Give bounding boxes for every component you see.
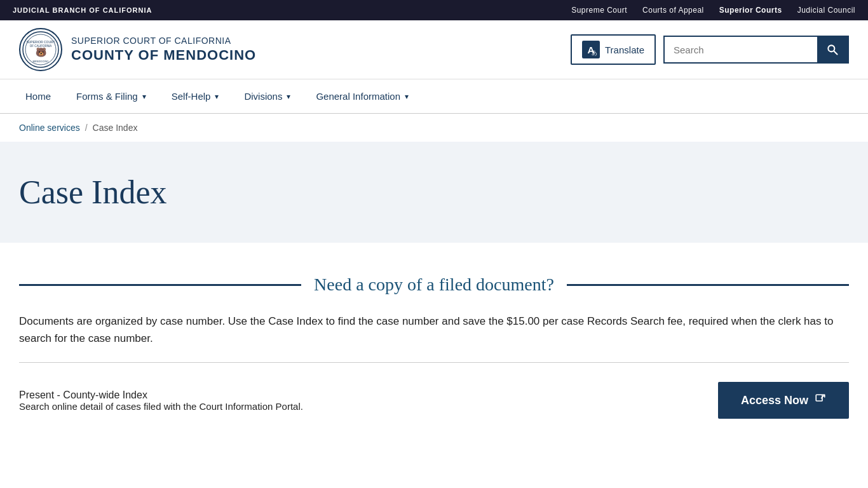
svg-text:あ: あ [592,50,597,56]
breadcrumb-case-index: Case Index [93,123,138,133]
court-name-top: SUPERIOR COURT OF CALIFORNIA [71,35,256,46]
access-now-label: Access Now [741,394,808,407]
top-nav-judicial-council[interactable]: Judicial Council [797,6,855,15]
org-name: JUDICIAL BRANCH OF CALIFORNIA [13,6,152,14]
breadcrumb-separator: / [85,123,88,133]
search-button[interactable] [817,37,848,62]
nav-home[interactable]: Home [13,79,64,113]
top-nav-supreme-court[interactable]: Supreme Court [571,6,627,15]
chevron-down-icon: ▾ [142,92,146,101]
svg-text:SUPERIOR COURT: SUPERIOR COURT [26,40,55,44]
bottom-row: Present - County-wide Index Search onlin… [19,376,849,425]
page-title: Case Index [19,173,849,211]
breadcrumb-online-services[interactable]: Online services [19,123,80,133]
nav-divisions[interactable]: Divisions ▾ [231,79,303,113]
search-bar [663,36,849,64]
court-name: SUPERIOR COURT OF CALIFORNIA COUNTY OF M… [71,35,256,65]
header-right: A あ Translate [571,34,849,65]
nav-general-information[interactable]: General Information ▾ [303,79,421,113]
top-nav-courts-of-appeal[interactable]: Courts of Appeal [642,6,704,15]
present-label: Present - County-wide Index [19,390,303,401]
content-text: Documents are organized by case number. … [19,313,849,347]
chevron-down-icon: ▾ [405,92,409,101]
svg-line-11 [834,51,837,55]
search-input[interactable] [665,38,817,62]
bottom-text-area: Present - County-wide Index Search onlin… [19,390,303,412]
svg-text:MENDOCINO: MENDOCINO [33,60,49,63]
site-header: SUPERIOR COURT OF CALIFORNIA 🐻 MENDOCINO… [0,20,868,79]
nav-self-help[interactable]: Self-Help ▾ [159,79,232,113]
court-seal-svg: SUPERIOR COURT OF CALIFORNIA 🐻 MENDOCINO [22,30,60,69]
access-now-button[interactable]: Access Now [718,382,849,419]
translate-label: Translate [605,44,644,55]
main-content: Need a copy of a filed document? Documen… [0,243,868,444]
section-heading-wrapper: Need a copy of a filed document? [19,274,849,295]
court-name-bottom: COUNTY OF MENDOCINO [71,46,256,65]
external-link-icon [815,393,826,407]
top-nav-links: Supreme Court Courts of Appeal Superior … [571,6,855,15]
svg-text:🐻: 🐻 [36,47,47,58]
court-seal: SUPERIOR COURT OF CALIFORNIA 🐻 MENDOCINO [19,28,62,71]
chevron-down-icon: ▾ [287,92,290,101]
divider [19,362,849,363]
top-bar: JUDICIAL BRANCH OF CALIFORNIA Supreme Co… [0,0,868,20]
heading-line-left [19,284,301,286]
nav-forms-filing[interactable]: Forms & Filing ▾ [64,79,159,113]
page-title-section: Case Index [0,142,868,243]
chevron-down-icon: ▾ [215,92,219,101]
translate-icon: A あ [582,41,600,58]
section-heading: Need a copy of a filed document? [314,274,554,295]
search-icon [826,43,839,56]
main-nav: Home Forms & Filing ▾ Self-Help ▾ Divisi… [0,79,868,114]
logo-area: SUPERIOR COURT OF CALIFORNIA 🐻 MENDOCINO… [19,28,256,71]
heading-line-right [567,284,849,286]
subtext: Search online detail of cases filed with… [19,401,303,412]
top-nav-superior-courts[interactable]: Superior Courts [719,6,782,15]
translate-button[interactable]: A あ Translate [571,34,656,65]
breadcrumb: Online services / Case Index [0,114,868,142]
